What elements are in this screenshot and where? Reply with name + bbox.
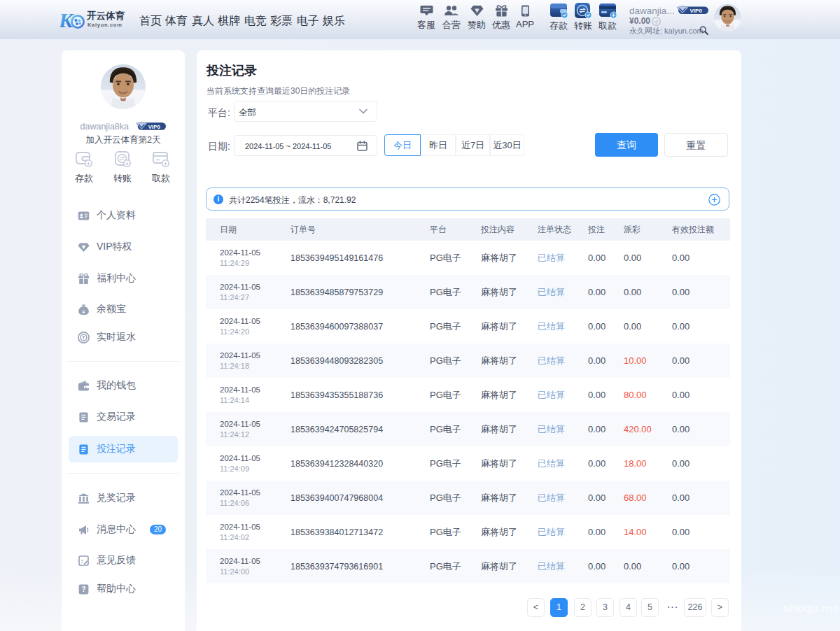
- svg-text:VIP0: VIP0: [690, 8, 703, 14]
- svg-text:?: ?: [81, 586, 85, 593]
- svg-text:VIP0: VIP0: [148, 124, 161, 130]
